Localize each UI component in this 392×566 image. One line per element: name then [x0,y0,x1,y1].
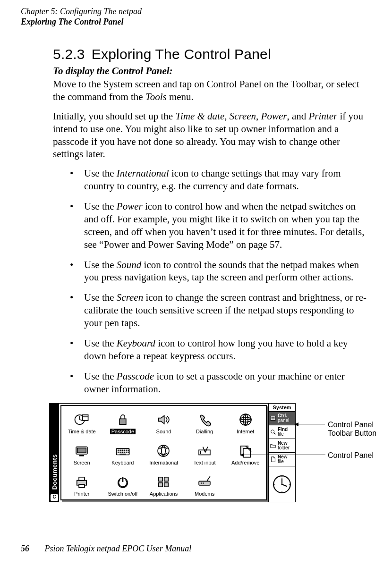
arrow-to-toolbar-button [295,424,325,424]
setup-paragraph: Initially, you should set up the Time & … [53,110,368,161]
svg-rect-25 [126,452,127,453]
modems-icon [196,474,213,490]
toolbar-title: System [269,404,295,412]
clock-icon[interactable] [269,466,295,502]
svg-rect-39 [159,477,163,482]
svg-point-55 [281,483,282,485]
passcode-icon [115,412,131,428]
cp-icon-label: Switch on/off [108,491,138,497]
cp-icon-label: Keyboard [111,460,134,465]
c-button[interactable]: C [51,494,58,501]
toolbar-ctrl-panel-button[interactable]: Ctrl.panel [269,412,295,425]
bullet-item: Use the Sound icon to control the sounds… [70,259,368,284]
cp-icon-dialling[interactable]: Dialling [184,406,225,437]
arrow-to-control-panel [240,455,325,455]
callout-toolbar-button: Control Panel Toolbar Button [328,421,380,437]
dialling-icon [196,412,213,428]
bullet-item: Use the International icon to change set… [70,167,368,193]
cp-icon-modems[interactable]: Modems [184,468,225,499]
cp-icon-label: Add/remove [231,460,259,465]
toolbar-button-label: Ctrl.panel [278,414,294,423]
new-file-icon [270,456,276,463]
cp-icon-switch-on-off[interactable]: Switch on/off [102,468,144,499]
toolbar-button-label: Newfolder [278,441,294,450]
svg-rect-20 [128,449,129,451]
cp-icon-keyboard[interactable]: Keyboard [102,437,144,468]
cp-icon-screen[interactable]: Screen [61,437,102,468]
ctrl-panel-icon [270,415,276,422]
screenshot-frame: Documents C Time & datePasscodeSoundDial… [49,403,296,502]
svg-point-44 [201,482,202,484]
svg-rect-27 [119,454,126,455]
cp-icon-time-date[interactable]: Time & date [61,406,102,437]
cp-icon-label: Text input [194,460,216,465]
svg-rect-35 [79,477,85,481]
cp-icon-text-input[interactable]: Text input [184,437,225,468]
svg-rect-12 [77,448,86,453]
cp-icon-label: Modems [195,491,214,497]
bullet-item: Use the Keyboard icon to control how lon… [70,337,368,363]
toolbar-button-label: Newfile [278,455,294,464]
cp-icon-label: Sound [156,429,171,434]
cp-icon-applications[interactable]: Applications [143,468,184,499]
cp-icon-internet[interactable]: Internet [225,406,266,437]
cp-icon-sound[interactable]: Sound [143,406,184,437]
find-file-icon [270,429,276,435]
svg-rect-18 [124,449,125,451]
cp-icon-passcode[interactable]: Passcode [102,406,144,437]
switch-on-off-icon [115,474,131,490]
svg-rect-42 [164,483,169,487]
chapter-title: Chapter 5: Configuring The netpad [21,7,142,17]
control-panel-screenshot: Documents C Time & datePasscodeSoundDial… [49,403,380,503]
page-number: 56 [21,544,29,553]
bullet-item: Use the Passcode icon to set a passcode … [70,370,368,396]
svg-line-51 [274,433,276,435]
bullet-item: Use the Power icon to control how and wh… [70,200,368,251]
bullet-item: Use the Screen icon to change the screen… [70,291,368,329]
cp-icon-label: Internet [237,429,254,434]
svg-point-50 [271,430,274,433]
toolbar-new-folder-button[interactable]: Newfolder [269,439,295,453]
sound-icon [155,412,171,428]
callout-control-panel: Control Panel [328,451,380,460]
cp-icon-international[interactable]: International [143,437,184,468]
svg-rect-36 [79,484,85,488]
subheading: To display the Control Panel: [53,65,368,77]
system-toolbar: System Ctrl.panelFindfileNewfolderNewfil… [268,404,295,502]
internet-icon [238,412,254,428]
toolbar-find-file-button[interactable]: Findfile [269,425,295,439]
keyboard-icon [115,443,131,459]
svg-point-45 [203,482,204,484]
svg-rect-24 [124,452,125,453]
svg-rect-3 [83,415,88,421]
svg-rect-22 [119,452,121,453]
cp-icon-add-remove[interactable]: Add/remove [225,437,266,468]
running-header: Chapter 5: Configuring The netpad Explor… [21,7,142,27]
svg-rect-41 [159,483,163,487]
bullet-list: Use the International icon to change set… [70,167,368,395]
intro-paragraph: Move to the System screen and tap on Con… [53,78,368,103]
manual-title: Psion Teklogix netpad EPOC User Manual [45,544,192,553]
cp-icon-printer[interactable]: Printer [61,468,102,499]
cp-icon-label: International [149,460,178,465]
page-footer: 56 Psion Teklogix netpad EPOC User Manua… [21,544,191,554]
documents-label: Documents [51,454,58,490]
svg-rect-43 [199,481,210,485]
international-icon [155,443,171,459]
cp-icon-label: Dialling [196,429,213,434]
svg-rect-40 [164,477,169,482]
cp-icon-label: Applications [150,491,178,497]
svg-rect-15 [118,449,119,451]
control-panel-window: Time & datePasscodeSoundDiallingInternet… [60,405,267,500]
text-input-icon [196,443,213,459]
toolbar-button-label: Findfile [278,427,294,437]
documents-strip[interactable]: Documents C [50,404,59,502]
svg-rect-19 [126,449,127,451]
svg-rect-17 [121,449,123,451]
svg-rect-26 [128,452,129,453]
heading-5-2-3: 5.2.3Exploring The Control Panel [53,46,368,62]
svg-rect-16 [119,449,121,451]
svg-rect-23 [121,452,123,453]
printer-icon [74,474,90,490]
cp-icon-label: Passcode [110,429,136,434]
